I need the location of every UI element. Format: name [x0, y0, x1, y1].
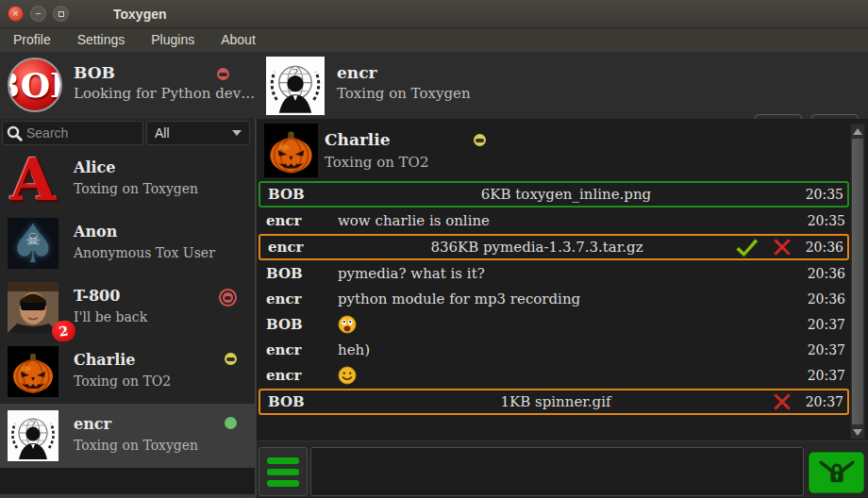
contact-status-message: I'll be back — [74, 309, 147, 324]
scroll-up-arrow-icon[interactable] — [851, 124, 864, 138]
chat-message: BOB pymedia? what is it? 20:36 — [259, 261, 849, 286]
message-sender: encr — [262, 367, 338, 384]
window-controls: × − — [8, 6, 69, 22]
message-text: 836KB pymedia-1.3.7.3.tar.gz — [430, 239, 643, 256]
close-button[interactable]: × — [8, 6, 24, 22]
away-status-icon — [225, 353, 237, 365]
busy-new-message-status-icon — [219, 289, 237, 307]
message-sender: encr — [264, 239, 340, 256]
chat-contact-avatar — [264, 124, 318, 177]
message-time: 20:37 — [804, 342, 845, 357]
contact-row-encr[interactable]: ? encr Toxing on Toxygen — [0, 404, 255, 468]
message-time: 20:37 — [802, 394, 843, 409]
contact-status-message: Toxing on TO2 — [74, 374, 171, 389]
contact-row-t-800[interactable]: T-800 I'll be back2 — [0, 275, 255, 340]
chat-message: encr heh) 20:37 — [259, 338, 849, 362]
contact-name: Alice — [74, 158, 116, 176]
composer — [257, 440, 868, 498]
message-time: 20:35 — [804, 213, 845, 228]
accept-file-icon[interactable] — [734, 237, 759, 257]
menu-bar: Profile Settings Plugins About — [0, 28, 868, 52]
contact-filter-dropdown[interactable]: All — [146, 121, 250, 145]
search-icon — [7, 125, 23, 141]
contact-row-charlie[interactable]: Charlie Toxing on TO2 — [0, 340, 255, 404]
contact-row-alice[interactable]: A Alice Toxing on Toxygen — [0, 147, 255, 211]
message-time: 20:36 — [802, 240, 843, 255]
chat-panel: Charlie Toxing on TO2 BOB 6KB toxygen_in… — [257, 119, 868, 498]
message-time: 20:37 — [804, 368, 845, 383]
anonymous-avatar: ? — [8, 410, 58, 461]
search-box — [2, 121, 143, 145]
self-busy-status-icon[interactable] — [217, 68, 229, 80]
contact-name: Anon — [74, 223, 117, 241]
self-avatar[interactable]: BOB — [8, 58, 62, 112]
terminator-avatar — [8, 282, 58, 333]
contact-list: A Alice Toxing on Toxygen♠☠ Anon Anonymo… — [0, 147, 255, 468]
menu-settings[interactable]: Settings — [64, 28, 139, 52]
chat-message: encr python module for mp3 recording 20:… — [259, 287, 849, 311]
message-sender: encr — [262, 290, 338, 307]
message-list: BOB 6KB toxygen_inline.png 20:35encr wow… — [259, 181, 849, 416]
away-status-icon — [474, 134, 486, 146]
chevron-down-icon — [232, 130, 242, 136]
message-input[interactable] — [310, 447, 804, 496]
chat-scrollbar[interactable] — [850, 124, 865, 440]
contact-status-message: Toxing on Toxygen — [74, 181, 198, 196]
message-sender: BOB — [264, 186, 340, 203]
chat-message: encr wow charlie is online 20:35 — [259, 208, 849, 233]
message-sender: encr — [262, 212, 338, 229]
chat-message: BOB 20:37 — [259, 312, 849, 337]
contact-name: Charlie — [74, 351, 136, 369]
hamburger-icon — [267, 457, 299, 487]
window-title: Toxygen — [113, 7, 167, 22]
maximize-icon — [58, 11, 64, 17]
contact-name: encr — [74, 415, 111, 433]
contact-name: T-800 — [74, 287, 120, 305]
message-sender: encr — [262, 341, 338, 358]
file-transfer-message[interactable]: BOB 1KB spinner.gif 20:37 — [259, 389, 849, 415]
decline-file-icon[interactable] — [772, 237, 793, 257]
contact-row-anon[interactable]: ♠☠ Anon Anonymous Tox User — [0, 211, 255, 275]
message-text: 6KB toxygen_inline.png — [481, 186, 651, 203]
message-text: wow charlie is online — [338, 212, 490, 229]
chat-header: Charlie Toxing on TO2 — [257, 121, 868, 179]
message-time: 20:35 — [802, 187, 843, 202]
secure-send-icon — [816, 457, 858, 488]
message-text: heh) — [338, 341, 370, 358]
self-status-message[interactable]: Looking for Python dev… — [74, 85, 255, 102]
contact-status-message: Toxing on Toxygen — [74, 438, 198, 453]
scrollbar-thumb[interactable] — [852, 139, 863, 424]
message-text: 1KB spinner.gif — [500, 393, 610, 410]
message-time: 20:36 — [804, 291, 845, 307]
peer-status-message: Toxing on Toxygen — [337, 85, 471, 102]
maximize-button[interactable] — [53, 6, 69, 22]
shocked-face-emoji — [338, 315, 357, 334]
top-panel: BOB BOB Looking for Python dev… ? encr T… — [0, 52, 868, 119]
menu-about[interactable]: About — [208, 28, 269, 52]
message-time: 20:36 — [804, 266, 845, 281]
title-bar: × − Toxygen — [0, 0, 868, 28]
message-text: pymedia? what is it? — [338, 265, 485, 282]
peer-avatar: ? — [266, 57, 325, 115]
send-button[interactable] — [809, 452, 864, 493]
message-sender: BOB — [262, 265, 338, 282]
file-transfer-message[interactable]: encr 836KB pymedia-1.3.7.3.tar.gz 20:36 — [259, 234, 849, 260]
scroll-down-arrow-icon[interactable] — [851, 425, 864, 439]
contact-status-message: Anonymous Tox User — [74, 245, 215, 260]
peer-name: encr — [337, 63, 471, 82]
decline-file-icon[interactable] — [772, 391, 793, 412]
chat-message: encr 20:37 — [259, 363, 849, 388]
message-text: python module for mp3 recording — [338, 290, 580, 307]
filter-value: All — [155, 125, 170, 141]
minimize-button[interactable]: − — [30, 6, 46, 22]
sidebar: All A Alice Toxing on Toxygen♠☠ Anon Ano… — [0, 119, 255, 498]
smiling-face-emoji — [338, 366, 357, 385]
search-input[interactable] — [26, 125, 135, 141]
menu-profile[interactable]: Profile — [0, 28, 64, 52]
message-menu-button[interactable] — [259, 447, 308, 496]
file-transfer-message[interactable]: BOB 6KB toxygen_inline.png 20:35 — [259, 181, 849, 208]
pumpkin-avatar — [8, 346, 58, 397]
message-sender: BOB — [262, 316, 338, 333]
message-sender: BOB — [264, 393, 340, 410]
menu-plugins[interactable]: Plugins — [138, 28, 208, 52]
